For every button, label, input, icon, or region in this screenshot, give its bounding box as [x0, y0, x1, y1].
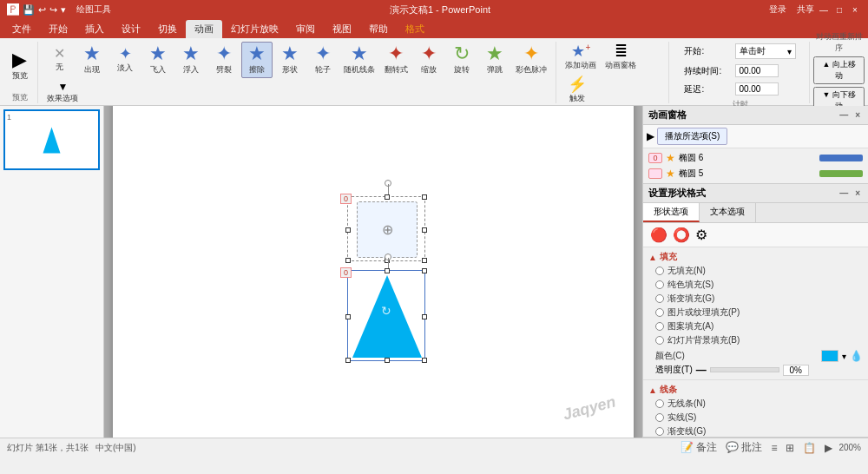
tab-review[interactable]: 审阅 — [287, 20, 324, 38]
tab-animations[interactable]: 动画 — [186, 20, 222, 38]
play-selected-btn[interactable]: 播放所选项(S) — [657, 128, 727, 145]
play-icon: ▶ — [647, 130, 654, 142]
anim-split-btn[interactable]: ✦ 劈裂 — [208, 43, 240, 77]
effect-options-btn[interactable]: ▼ 效果选项 — [43, 80, 82, 106]
delay-input[interactable] — [735, 82, 779, 95]
anim-flyin-btn[interactable]: ★ 飞入 — [142, 43, 174, 77]
line-no-radio[interactable] — [655, 399, 664, 408]
slide-sorter-btn[interactable]: ⊞ — [783, 442, 797, 454]
share-btn[interactable]: 共享 — [797, 3, 814, 16]
anim-wheel-btn[interactable]: ✦ 轮子 — [307, 43, 339, 77]
redo-btn[interactable]: ↪ — [49, 4, 57, 16]
close-btn[interactable]: × — [849, 3, 861, 16]
login-btn[interactable]: 登录 — [769, 3, 786, 16]
undo-btn[interactable]: ↩ — [38, 4, 46, 16]
slide-thumb-1[interactable]: 1 — [3, 109, 100, 170]
panel-minimize-btn[interactable]: — — [837, 110, 851, 120]
fill-icon[interactable]: 🔴 — [650, 227, 667, 243]
fill-pattern-radio[interactable] — [655, 322, 664, 331]
tab-format[interactable]: 格式 — [397, 20, 433, 38]
anim-float-btn[interactable]: ★ 浮入 — [175, 43, 207, 77]
handle-tc[interactable] — [385, 194, 390, 200]
preview-btn[interactable]: ▶ 预览 — [4, 49, 36, 83]
maximize-btn[interactable]: □ — [833, 3, 845, 16]
fill-gradient-radio[interactable] — [655, 294, 664, 303]
minimize-btn[interactable]: — — [818, 3, 830, 16]
fill-picture-radio[interactable] — [655, 308, 664, 317]
anim-pulse-btn[interactable]: ✦ 彩色脉冲 — [512, 43, 550, 77]
anim-random-btn[interactable]: ★ 随机线条 — [340, 43, 378, 77]
tab-view[interactable]: 视图 — [324, 20, 360, 38]
anim-rotate-btn[interactable]: ↻ 旋转 — [446, 43, 477, 77]
fill-section-title[interactable]: ▲ 填充 — [648, 251, 863, 263]
tab-help[interactable]: 帮助 — [360, 20, 397, 38]
bounce-icon: ★ — [486, 44, 503, 63]
canvas-area[interactable]: ⊕ 0 — [104, 106, 642, 438]
app-icon: 🅿 — [7, 3, 19, 16]
start-dropdown[interactable]: 单击时 ▾ — [735, 43, 796, 59]
eyedropper-icon[interactable]: 💧 — [850, 350, 863, 362]
fill-no-radio[interactable] — [655, 267, 664, 275]
color-label: 颜色(C) — [655, 350, 818, 362]
pane-icon: ≣ — [615, 43, 628, 59]
anim-fadein-btn[interactable]: ✦ 淡入 — [109, 44, 141, 76]
add-animation-btn[interactable]: ★+ 添加动画 — [562, 42, 600, 73]
anim-flip-btn[interactable]: ✦ 翻转式 — [380, 43, 411, 77]
layout-icon[interactable]: ⚙ — [695, 227, 707, 243]
normal-view-btn[interactable]: ≡ — [768, 442, 779, 454]
tab-design[interactable]: 设计 — [113, 20, 149, 38]
anim-wipe-btn[interactable]: ★ 擦除 — [241, 42, 273, 78]
handle-br[interactable] — [422, 258, 427, 263]
reading-view-btn[interactable]: 📋 — [800, 442, 819, 454]
anim-item-1[interactable]: ★ 椭圆 5 — [645, 166, 866, 181]
anim-none-btn[interactable]: ✕ 无 — [43, 45, 75, 75]
animation-panel: 动画窗格 — × ▶ 播放所选项(S) 0 ★ 椭圆 6 — [643, 106, 868, 184]
order-label: 对动画重新排序 — [813, 31, 865, 54]
anim-shape-btn[interactable]: ★ 形状 — [274, 43, 306, 77]
opacity-slider[interactable] — [710, 367, 779, 372]
tab-shape-options[interactable]: 形状选项 — [643, 203, 700, 222]
anim-appear-btn[interactable]: ★ 出现 — [76, 43, 108, 77]
quick-access-more[interactable]: ▾ — [61, 4, 66, 16]
fill-solid-radio[interactable] — [655, 280, 664, 289]
panel-close-btn[interactable]: × — [852, 110, 863, 120]
move-up-btn[interactable]: ▲ 向上移动 — [813, 56, 865, 84]
line-section-title[interactable]: ▲ 线条 — [648, 384, 863, 396]
ribbon-tabs: 文件 开始 插入 设计 切换 动画 幻灯片放映 审阅 视图 帮助 格式 — [0, 19, 868, 38]
effects-icon[interactable]: ⭕ — [673, 227, 690, 243]
anim-item-0[interactable]: 0 ★ 椭圆 6 — [645, 150, 866, 166]
handle-ml[interactable] — [345, 227, 351, 233]
handle-mr[interactable] — [422, 227, 427, 233]
anim-bounce-btn[interactable]: ★ 弹跳 — [479, 43, 510, 77]
tab-text-options[interactable]: 文本选项 — [700, 203, 756, 222]
trigger-btn[interactable]: ⚡ 触发 — [562, 75, 593, 106]
slideshow-btn[interactable]: ▶ — [822, 442, 835, 454]
notes-btn[interactable]: 📝 备注 — [678, 440, 720, 455]
fill-slide-radio[interactable] — [655, 336, 664, 345]
tab-file[interactable]: 文件 — [3, 20, 40, 38]
tab-slideshow[interactable]: 幻灯片放映 — [222, 20, 287, 38]
comments-btn[interactable]: 💬 批注 — [723, 440, 765, 455]
duration-input[interactable] — [735, 64, 779, 77]
shape-container[interactable]: ↻ — [347, 270, 425, 361]
anim-zoom-btn[interactable]: ✦ 缩放 — [413, 43, 444, 77]
format-panel-minimize[interactable]: — — [837, 188, 851, 198]
minus-btn[interactable]: — — [696, 364, 707, 376]
format-panel-close[interactable]: × — [852, 188, 863, 198]
handle-tr[interactable] — [422, 194, 427, 200]
tab-transitions[interactable]: 切换 — [149, 20, 186, 38]
color-preview[interactable] — [821, 350, 838, 362]
animation-pane-btn[interactable]: ≣ 动画窗格 — [602, 42, 640, 73]
color-dropdown-arrow[interactable]: ▾ — [842, 352, 846, 361]
tab-insert[interactable]: 插入 — [76, 20, 113, 38]
zoom-icon: ✦ — [421, 44, 437, 63]
slide-canvas[interactable]: ⊕ 0 — [113, 106, 634, 438]
quick-save[interactable]: 💾 — [23, 4, 35, 16]
handle-bl[interactable] — [345, 258, 351, 263]
anim-num-1 — [648, 168, 662, 179]
tab-home[interactable]: 开始 — [40, 20, 76, 38]
pulse-icon: ✦ — [523, 44, 539, 63]
line-solid-radio[interactable] — [655, 413, 664, 422]
svg-marker-0 — [43, 127, 61, 153]
line-gradient-radio[interactable] — [655, 427, 664, 436]
